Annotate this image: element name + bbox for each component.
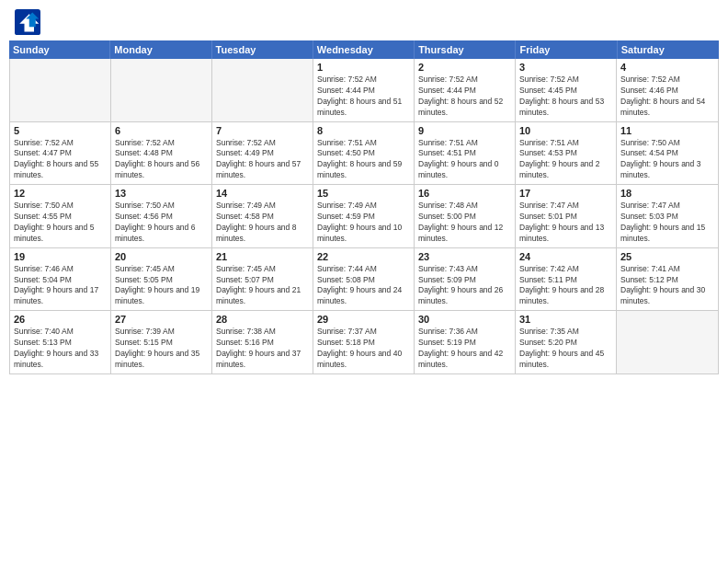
day-info: Sunrise: 7:52 AM Sunset: 4:46 PM Dayligh… xyxy=(620,75,714,119)
empty-cell xyxy=(212,59,313,121)
calendar-body: 1Sunrise: 7:52 AM Sunset: 4:44 PM Daylig… xyxy=(9,59,719,374)
day-info: Sunrise: 7:52 AM Sunset: 4:44 PM Dayligh… xyxy=(418,75,511,119)
weekday-header-thursday: Thursday xyxy=(415,40,516,59)
day-number: 15 xyxy=(317,188,410,199)
day-number: 3 xyxy=(519,62,612,73)
day-cell-17: 17Sunrise: 7:47 AM Sunset: 5:01 PM Dayli… xyxy=(516,185,617,247)
day-cell-13: 13Sunrise: 7:50 AM Sunset: 4:56 PM Dayli… xyxy=(111,185,212,247)
day-info: Sunrise: 7:52 AM Sunset: 4:44 PM Dayligh… xyxy=(317,75,410,119)
day-cell-24: 24Sunrise: 7:42 AM Sunset: 5:11 PM Dayli… xyxy=(516,248,617,311)
day-info: Sunrise: 7:52 AM Sunset: 4:45 PM Dayligh… xyxy=(519,75,612,119)
day-number: 12 xyxy=(14,188,107,199)
day-cell-2: 2Sunrise: 7:52 AM Sunset: 4:44 PM Daylig… xyxy=(415,59,516,121)
day-number: 17 xyxy=(519,188,612,199)
day-cell-15: 15Sunrise: 7:49 AM Sunset: 4:59 PM Dayli… xyxy=(313,185,415,247)
day-info: Sunrise: 7:50 AM Sunset: 4:54 PM Dayligh… xyxy=(620,138,714,182)
day-number: 28 xyxy=(216,314,309,325)
day-info: Sunrise: 7:39 AM Sunset: 5:15 PM Dayligh… xyxy=(115,327,208,371)
day-info: Sunrise: 7:48 AM Sunset: 5:00 PM Dayligh… xyxy=(418,201,511,245)
weekday-header-sunday: Sunday xyxy=(9,40,110,59)
day-cell-7: 7Sunrise: 7:52 AM Sunset: 4:49 PM Daylig… xyxy=(212,122,313,185)
day-info: Sunrise: 7:50 AM Sunset: 4:56 PM Dayligh… xyxy=(115,201,208,245)
day-info: Sunrise: 7:47 AM Sunset: 5:01 PM Dayligh… xyxy=(519,201,612,245)
day-cell-27: 27Sunrise: 7:39 AM Sunset: 5:15 PM Dayli… xyxy=(111,311,212,373)
day-number: 2 xyxy=(418,62,511,73)
page: SundayMondayTuesdayWednesdayThursdayFrid… xyxy=(0,0,728,563)
day-info: Sunrise: 7:46 AM Sunset: 5:04 PM Dayligh… xyxy=(14,264,107,308)
day-cell-14: 14Sunrise: 7:49 AM Sunset: 4:58 PM Dayli… xyxy=(212,185,313,247)
weekday-header-tuesday: Tuesday xyxy=(212,40,313,59)
day-info: Sunrise: 7:50 AM Sunset: 4:55 PM Dayligh… xyxy=(14,201,107,245)
day-number: 25 xyxy=(620,251,714,262)
day-cell-23: 23Sunrise: 7:43 AM Sunset: 5:09 PM Dayli… xyxy=(415,248,516,311)
day-cell-6: 6Sunrise: 7:52 AM Sunset: 4:48 PM Daylig… xyxy=(111,122,212,185)
day-info: Sunrise: 7:51 AM Sunset: 4:53 PM Dayligh… xyxy=(519,138,612,182)
logo xyxy=(15,9,44,35)
day-number: 23 xyxy=(418,251,511,262)
calendar-row-4: 19Sunrise: 7:46 AM Sunset: 5:04 PM Dayli… xyxy=(10,248,718,312)
day-cell-25: 25Sunrise: 7:41 AM Sunset: 5:12 PM Dayli… xyxy=(617,248,718,311)
day-info: Sunrise: 7:52 AM Sunset: 4:48 PM Dayligh… xyxy=(115,138,208,182)
day-info: Sunrise: 7:52 AM Sunset: 4:49 PM Dayligh… xyxy=(216,138,309,182)
day-cell-11: 11Sunrise: 7:50 AM Sunset: 4:54 PM Dayli… xyxy=(617,122,718,185)
day-number: 4 xyxy=(620,62,714,73)
header xyxy=(0,0,728,40)
weekday-header-saturday: Saturday xyxy=(618,40,719,59)
day-number: 8 xyxy=(317,125,410,136)
day-cell-3: 3Sunrise: 7:52 AM Sunset: 4:45 PM Daylig… xyxy=(516,59,617,121)
day-info: Sunrise: 7:51 AM Sunset: 4:51 PM Dayligh… xyxy=(418,138,511,182)
day-number: 9 xyxy=(418,125,511,136)
day-cell-29: 29Sunrise: 7:37 AM Sunset: 5:18 PM Dayli… xyxy=(313,311,415,373)
day-cell-12: 12Sunrise: 7:50 AM Sunset: 4:55 PM Dayli… xyxy=(10,185,111,247)
day-number: 20 xyxy=(115,251,208,262)
day-info: Sunrise: 7:45 AM Sunset: 5:05 PM Dayligh… xyxy=(115,264,208,308)
day-cell-9: 9Sunrise: 7:51 AM Sunset: 4:51 PM Daylig… xyxy=(415,122,516,185)
calendar-row-3: 12Sunrise: 7:50 AM Sunset: 4:55 PM Dayli… xyxy=(10,185,718,248)
day-number: 19 xyxy=(14,251,107,262)
day-info: Sunrise: 7:36 AM Sunset: 5:19 PM Dayligh… xyxy=(418,327,511,371)
day-info: Sunrise: 7:40 AM Sunset: 5:13 PM Dayligh… xyxy=(14,327,107,371)
day-number: 24 xyxy=(519,251,612,262)
day-cell-18: 18Sunrise: 7:47 AM Sunset: 5:03 PM Dayli… xyxy=(617,185,718,247)
day-cell-26: 26Sunrise: 7:40 AM Sunset: 5:13 PM Dayli… xyxy=(10,311,111,373)
day-number: 6 xyxy=(115,125,208,136)
day-info: Sunrise: 7:52 AM Sunset: 4:47 PM Dayligh… xyxy=(14,138,107,182)
day-number: 14 xyxy=(216,188,309,199)
calendar-rows: 1Sunrise: 7:52 AM Sunset: 4:44 PM Daylig… xyxy=(10,59,718,373)
day-info: Sunrise: 7:49 AM Sunset: 4:58 PM Dayligh… xyxy=(216,201,309,245)
day-info: Sunrise: 7:51 AM Sunset: 4:50 PM Dayligh… xyxy=(317,138,410,182)
calendar-row-1: 1Sunrise: 7:52 AM Sunset: 4:44 PM Daylig… xyxy=(10,59,718,122)
weekday-header-wednesday: Wednesday xyxy=(313,40,415,59)
day-cell-19: 19Sunrise: 7:46 AM Sunset: 5:04 PM Dayli… xyxy=(10,248,111,311)
day-info: Sunrise: 7:35 AM Sunset: 5:20 PM Dayligh… xyxy=(519,327,612,371)
empty-cell xyxy=(111,59,212,121)
day-number: 27 xyxy=(115,314,208,325)
day-number: 16 xyxy=(418,188,511,199)
day-cell-30: 30Sunrise: 7:36 AM Sunset: 5:19 PM Dayli… xyxy=(415,311,516,373)
day-number: 10 xyxy=(519,125,612,136)
day-info: Sunrise: 7:37 AM Sunset: 5:18 PM Dayligh… xyxy=(317,327,410,371)
day-number: 30 xyxy=(418,314,511,325)
day-number: 21 xyxy=(216,251,309,262)
day-cell-1: 1Sunrise: 7:52 AM Sunset: 4:44 PM Daylig… xyxy=(313,59,415,121)
day-number: 26 xyxy=(14,314,107,325)
day-number: 5 xyxy=(14,125,107,136)
day-cell-28: 28Sunrise: 7:38 AM Sunset: 5:16 PM Dayli… xyxy=(212,311,313,373)
empty-cell xyxy=(617,311,718,373)
day-number: 29 xyxy=(317,314,410,325)
weekday-header-friday: Friday xyxy=(516,40,617,59)
logo-icon xyxy=(15,9,40,35)
day-number: 22 xyxy=(317,251,410,262)
empty-cell xyxy=(10,59,111,121)
day-cell-4: 4Sunrise: 7:52 AM Sunset: 4:46 PM Daylig… xyxy=(617,59,718,121)
day-cell-16: 16Sunrise: 7:48 AM Sunset: 5:00 PM Dayli… xyxy=(415,185,516,247)
calendar-row-2: 5Sunrise: 7:52 AM Sunset: 4:47 PM Daylig… xyxy=(10,122,718,186)
day-number: 13 xyxy=(115,188,208,199)
day-info: Sunrise: 7:45 AM Sunset: 5:07 PM Dayligh… xyxy=(216,264,309,308)
day-cell-8: 8Sunrise: 7:51 AM Sunset: 4:50 PM Daylig… xyxy=(313,122,415,185)
calendar: SundayMondayTuesdayWednesdayThursdayFrid… xyxy=(0,40,728,563)
calendar-header: SundayMondayTuesdayWednesdayThursdayFrid… xyxy=(9,40,719,59)
day-cell-21: 21Sunrise: 7:45 AM Sunset: 5:07 PM Dayli… xyxy=(212,248,313,311)
day-number: 11 xyxy=(620,125,714,136)
day-cell-22: 22Sunrise: 7:44 AM Sunset: 5:08 PM Dayli… xyxy=(313,248,415,311)
